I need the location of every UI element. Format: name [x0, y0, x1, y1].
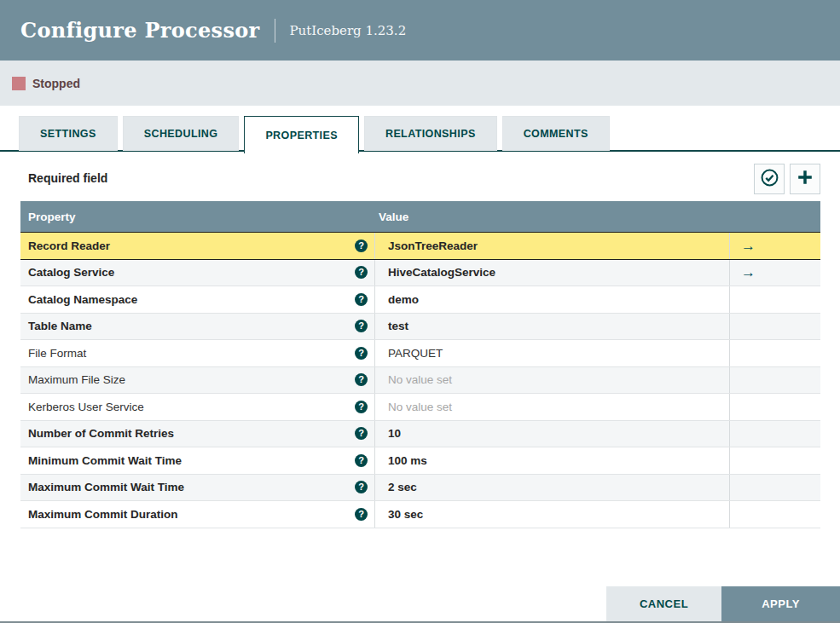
property-cell: Table Name? — [20, 314, 375, 340]
property-row[interactable]: Maximum Commit Duration?30 sec — [20, 501, 820, 528]
property-value: PARQUET — [388, 347, 443, 360]
property-row[interactable]: Minimum Commit Wait Time?100 ms — [20, 447, 820, 475]
help-icon[interactable]: ? — [355, 266, 368, 279]
property-name: File Format — [28, 347, 86, 360]
help-icon[interactable]: ? — [355, 454, 368, 467]
property-row[interactable]: Catalog Service?HiveCatalogService→ — [20, 260, 820, 287]
property-value: 100 ms — [388, 454, 427, 467]
column-header-property: Property — [20, 211, 375, 223]
goto-cell — [730, 394, 820, 420]
status-label: Stopped — [32, 77, 80, 90]
value-cell[interactable]: 2 sec — [375, 475, 730, 501]
help-icon[interactable]: ? — [355, 293, 368, 306]
property-row[interactable]: Number of Commit Retries?10 — [20, 421, 820, 448]
help-icon[interactable]: ? — [355, 239, 368, 252]
property-cell: Catalog Service? — [20, 260, 375, 286]
tab-scheduling[interactable]: SCHEDULING — [123, 116, 240, 151]
processor-type-label: PutIceberg 1.23.2 — [289, 23, 406, 38]
goto-cell — [730, 314, 820, 340]
property-value: test — [388, 320, 408, 332]
value-cell[interactable]: JsonTreeReader — [375, 233, 730, 259]
value-cell[interactable]: 100 ms — [375, 447, 730, 474]
tabs: SETTINGSSCHEDULINGPROPERTIESRELATIONSHIP… — [19, 116, 610, 152]
goto-cell: → — [730, 260, 820, 286]
value-cell[interactable]: PARQUET — [375, 340, 730, 366]
title-divider — [275, 19, 275, 43]
goto-cell — [730, 501, 820, 528]
goto-cell: → — [730, 233, 820, 259]
help-icon[interactable]: ? — [355, 347, 368, 360]
goto-cell — [730, 286, 820, 313]
property-value: HiveCatalogService — [388, 266, 495, 279]
value-cell[interactable]: HiveCatalogService — [375, 260, 730, 286]
property-row[interactable]: Kerberos User Service?No value set — [20, 394, 820, 421]
tab-settings[interactable]: SETTINGS — [19, 116, 118, 151]
property-name: Kerberos User Service — [28, 401, 144, 413]
goto-cell — [730, 421, 820, 447]
goto-service-arrow-icon[interactable]: → — [741, 239, 756, 253]
property-row[interactable]: Record Reader?JsonTreeReader→ — [20, 232, 820, 260]
apply-button[interactable]: APPLY — [721, 586, 840, 621]
dialog-title: Configure Processor — [20, 18, 259, 43]
value-cell[interactable]: No value set — [375, 394, 730, 420]
property-name: Catalog Service — [28, 266, 114, 279]
properties-table: Property Value Record Reader?JsonTreeRea… — [20, 201, 820, 528]
property-row[interactable]: Maximum File Size?No value set — [20, 367, 820, 395]
goto-cell — [730, 447, 820, 474]
add-property-button[interactable] — [790, 164, 820, 194]
dialog-header: Configure Processor PutIceberg 1.23.2 — [0, 0, 840, 61]
value-cell[interactable]: No value set — [375, 367, 730, 394]
required-field-label: Required field — [28, 171, 107, 185]
configure-processor-dialog: Configure Processor PutIceberg 1.23.2 St… — [0, 0, 840, 623]
goto-cell — [730, 340, 820, 366]
value-cell[interactable]: 10 — [375, 421, 730, 447]
goto-cell — [730, 367, 820, 394]
no-value-set-text: No value set — [388, 373, 452, 386]
value-cell[interactable]: test — [375, 314, 730, 340]
property-value: JsonTreeReader — [388, 239, 478, 252]
no-value-set-text: No value set — [388, 401, 452, 413]
tab-properties[interactable]: PROPERTIES — [244, 116, 359, 153]
property-row[interactable]: Maximum Commit Wait Time?2 sec — [20, 475, 820, 502]
value-cell[interactable]: demo — [375, 286, 730, 313]
stopped-indicator-icon — [12, 77, 26, 90]
property-value: 2 sec — [388, 481, 417, 493]
property-cell: Maximum Commit Duration? — [20, 501, 375, 528]
help-icon[interactable]: ? — [355, 508, 368, 521]
table-header-row: Property Value — [20, 201, 820, 232]
property-name: Table Name — [28, 320, 92, 332]
property-name: Maximum Commit Wait Time — [28, 481, 184, 493]
help-icon[interactable]: ? — [355, 373, 368, 386]
goto-service-arrow-icon[interactable]: → — [741, 265, 756, 280]
property-row[interactable]: Catalog Namespace?demo — [20, 286, 820, 314]
cancel-button[interactable]: CANCEL — [606, 586, 721, 621]
help-icon[interactable]: ? — [355, 481, 368, 493]
goto-cell — [730, 475, 820, 501]
property-row[interactable]: Table Name?test — [20, 314, 820, 341]
property-cell: Number of Commit Retries? — [20, 421, 375, 447]
plus-icon — [796, 168, 814, 190]
property-row[interactable]: File Format?PARQUET — [20, 340, 820, 367]
property-cell: Kerberos User Service? — [20, 394, 375, 420]
tab-comments[interactable]: COMMENTS — [502, 116, 610, 151]
help-icon[interactable]: ? — [355, 320, 368, 332]
help-icon[interactable]: ? — [355, 427, 368, 440]
status-bar: Stopped — [0, 61, 840, 106]
property-cell: Minimum Commit Wait Time? — [20, 447, 375, 474]
property-cell: File Format? — [20, 340, 375, 366]
value-cell[interactable]: 30 sec — [375, 501, 730, 528]
tab-relationships[interactable]: RELATIONSHIPS — [364, 116, 497, 151]
property-name: Maximum Commit Duration — [28, 508, 178, 521]
property-name: Maximum File Size — [28, 373, 125, 386]
property-cell: Maximum File Size? — [20, 367, 375, 394]
property-value: 30 sec — [388, 508, 423, 521]
property-cell: Record Reader? — [20, 233, 375, 259]
help-icon[interactable]: ? — [355, 401, 368, 413]
property-cell: Maximum Commit Wait Time? — [20, 475, 375, 501]
property-value: demo — [388, 293, 419, 306]
verify-properties-button[interactable] — [754, 164, 785, 194]
table-body: Record Reader?JsonTreeReader→Catalog Ser… — [20, 232, 820, 528]
column-header-value: Value — [375, 211, 730, 223]
property-cell: Catalog Namespace? — [20, 286, 375, 313]
property-actions — [754, 164, 820, 194]
